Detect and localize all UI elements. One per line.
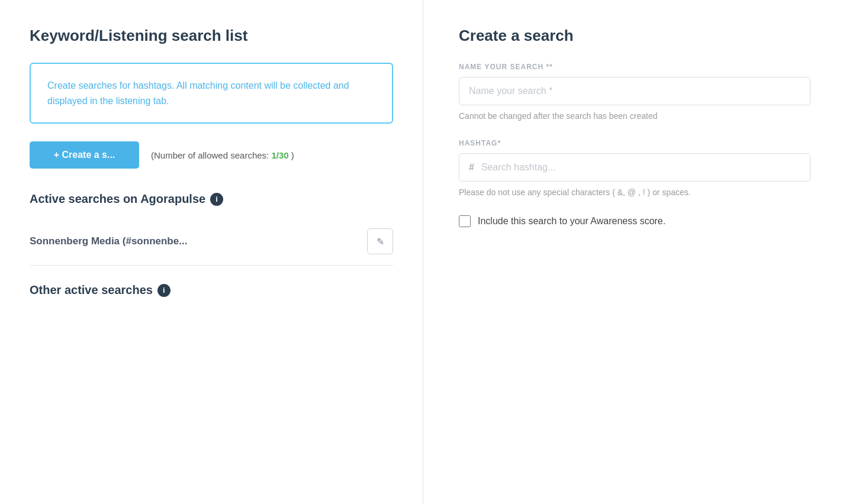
awareness-checkbox[interactable] bbox=[459, 215, 471, 227]
other-searches-heading: Other active searches i bbox=[30, 283, 393, 297]
name-field-group: NAME YOUR SEARCH ** Cannot be changed af… bbox=[459, 63, 810, 122]
other-searches-info-icon[interactable]: i bbox=[157, 284, 171, 297]
hashtag-input[interactable] bbox=[479, 154, 810, 181]
right-panel-title: Create a search bbox=[459, 27, 810, 45]
search-item: Sonnenberg Media (#sonnenbe... ✎ bbox=[30, 218, 393, 266]
left-panel: Keyword/Listening search list Create sea… bbox=[0, 0, 423, 504]
name-label: NAME YOUR SEARCH ** bbox=[459, 63, 810, 71]
awareness-checkbox-row: Include this search to your Awareness sc… bbox=[459, 215, 810, 227]
edit-search-button[interactable]: ✎ bbox=[367, 228, 393, 254]
name-input[interactable] bbox=[459, 77, 810, 105]
allowed-count: 1/30 bbox=[271, 150, 288, 160]
hashtag-field-group: HASHTAG* # Please do not use any special… bbox=[459, 139, 810, 199]
active-searches-info-icon[interactable]: i bbox=[210, 193, 223, 206]
other-searches-section: Other active searches i bbox=[30, 283, 393, 297]
name-hint: Cannot be changed after the search has b… bbox=[459, 110, 810, 122]
awareness-checkbox-label: Include this search to your Awareness sc… bbox=[478, 216, 665, 227]
hashtag-input-wrapper: # bbox=[459, 153, 810, 182]
create-row: + Create a s... (Number of allowed searc… bbox=[30, 141, 393, 169]
left-panel-title: Keyword/Listening search list bbox=[30, 27, 393, 45]
right-panel: Create a search NAME YOUR SEARCH ** Cann… bbox=[423, 0, 846, 504]
hashtag-hint: Please do not use any special characters… bbox=[459, 186, 810, 199]
create-search-button[interactable]: + Create a s... bbox=[30, 141, 139, 169]
hashtag-label: HASHTAG* bbox=[459, 139, 810, 147]
info-box: Create searches for hashtags. All matchi… bbox=[30, 63, 393, 124]
edit-icon: ✎ bbox=[377, 236, 384, 247]
active-searches-heading: Active searches on Agorapulse i bbox=[30, 192, 393, 206]
allowed-searches-text: (Number of allowed searches: 1/30 ) bbox=[151, 150, 294, 160]
hashtag-symbol: # bbox=[459, 154, 479, 181]
search-item-name: Sonnenberg Media (#sonnenbe... bbox=[30, 235, 187, 247]
info-box-text: Create searches for hashtags. All matchi… bbox=[47, 78, 375, 108]
